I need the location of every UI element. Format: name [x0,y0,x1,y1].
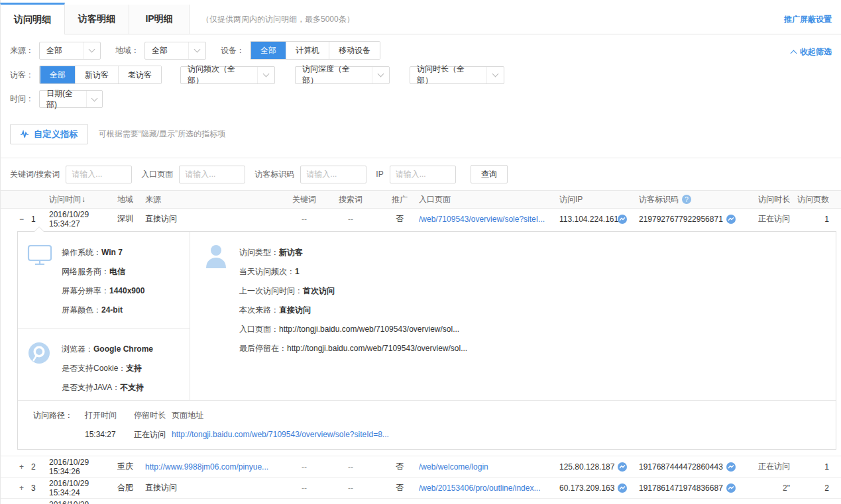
source-select[interactable]: 全部 [39,42,101,60]
visitor-label: 访客： [10,70,34,81]
path-row: 15:34:27 正在访问 http://tongji.baidu.com/we… [85,428,389,441]
region-label: 地域： [115,45,139,56]
visit-duration-select[interactable]: 访问时长（全部） [410,66,504,84]
row-index: 2 [31,462,46,472]
header-visitor-id: 访客标识码 [639,194,738,205]
visit-pages-cell: 2 [790,483,841,493]
detail-line: 是否支持JAVA：不支持 [62,378,153,397]
chevron-up-icon [791,50,797,56]
expand-row-icon[interactable]: + [1,462,31,472]
date-select[interactable]: 日期(全部) [39,90,103,108]
trend-icon[interactable] [618,215,627,224]
source-select-value: 全部 [40,45,69,56]
visitor-option[interactable]: 老访客 [118,66,161,83]
entry-page-link[interactable]: /web/20153406/pro/outline/index... [419,483,559,493]
promo-block-settings-link[interactable]: 推广屏蔽设置 [784,14,832,25]
promo-cell: 否 [380,482,419,493]
help-icon[interactable] [682,195,691,204]
trend-icon[interactable] [726,462,736,472]
tab-visit-detail[interactable]: 访问明细 [0,3,65,34]
device-option[interactable]: 计算机 [286,42,329,59]
chevron-down-icon [83,42,100,59]
path-open-time: 15:34:27 [85,428,134,441]
collapse-filter-link[interactable]: 收起筛选 [791,46,832,58]
path-col-open-time: 打开时间 [85,409,134,422]
visit-detail-page: 访问明细 访客明细 IP明细 （仅提供两周内的访问明细，最多5000条） 推广屏… [0,0,841,504]
detail-line: 访问类型：新访客 [239,243,467,262]
visitor-id-cell: 1917687444472860443 [639,462,738,472]
visit-info-block: 访问类型：新访客 当天访问频次：1 上一次访问时间：首次访问 本次来路：直接访问… [190,232,836,400]
table-row: + 3 2016/10/29 15:34:24 合肥 直接访问 -- -- 否 … [1,477,841,498]
region-select-value: 全部 [145,45,174,56]
visitor-id-cell: 1917861471974836687 [639,483,738,493]
keyword-search-input[interactable] [66,166,132,183]
trend-icon[interactable] [618,483,627,493]
entry-page-label: 入口页面 [141,169,173,180]
expand-row-icon[interactable]: + [1,483,31,493]
header-visit-time[interactable]: 访问时间 [46,194,117,205]
trend-icon[interactable] [726,483,736,493]
visitor-id-input[interactable] [300,166,366,183]
custom-metric-label: 自定义指标 [34,128,78,140]
region-select[interactable]: 全部 [144,42,206,60]
trend-icon[interactable] [726,215,736,224]
browser-info-block: 浏览器：Google Chrome 是否支持Cookie：支持 是否支持JAVA… [18,328,190,405]
device-option[interactable]: 移动设备 [329,42,380,59]
region-cell: 合肥 [117,482,145,493]
searchword-cell: -- [321,462,380,472]
tab-note: （仅提供两周内的访问明细，最多5000条） [190,5,366,34]
query-button[interactable]: 查询 [471,165,508,183]
detail-line: 上一次访问时间：首次访问 [239,281,467,301]
time-label: 时间： [10,93,34,105]
table-body: + 2 2016/10/29 15:34:26 重庆 http://www.99… [1,456,841,504]
tab-ip-detail[interactable]: IP明细 [129,5,190,34]
visit-detail-panel: 操作系统：Win 7 网络服务商：电信 屏幕分辨率：1440x900 屏幕颜色：… [17,231,836,450]
visit-frequency-select[interactable]: 访问频次（全部） [180,66,275,84]
visit-pages-cell: 1 [790,215,841,224]
collapse-row-icon[interactable]: − [1,215,31,224]
header-source: 来源 [145,194,288,205]
chevron-down-icon [188,42,205,59]
system-info-block: 操作系统：Win 7 网络服务商：电信 屏幕分辨率：1440x900 屏幕颜色：… [18,232,190,328]
ip-input[interactable] [390,166,456,183]
visit-frequency-value: 访问频次（全部） [181,64,257,86]
visit-ip-cell: 125.80.128.187 [559,462,639,472]
table-row: + 2 2016/10/29 15:34:26 重庆 http://www.99… [1,456,841,477]
path-col-url: 页面地址 [172,409,203,422]
entry-page-link[interactable]: /web/welcome/login [419,462,559,472]
source-cell: 直接访问 [145,482,288,493]
row-index: 3 [31,483,46,493]
header-visit-pages: 访问页数 [790,194,841,205]
visitor-option[interactable]: 新访客 [75,66,118,83]
detail-line: 是否支持Cookie：支持 [62,359,153,378]
table-header: 访问时间 地域 来源 关键词 搜索词 推广 入口页面 访问IP 访客标识码 访问… [1,190,841,209]
collapse-filter-label: 收起筛选 [800,46,832,58]
chrome-browser-icon [27,340,62,397]
source-cell: http://www.9988jm06.com/pinyue... [145,462,288,472]
visit-ip-cell: 60.173.209.163 [559,483,639,493]
visit-path-label: 访问路径： [33,409,85,441]
visit-time-cell: 2016/10/29 15:34:24 [46,479,117,497]
visitor-option[interactable]: 全部 [40,66,75,83]
chevron-down-icon [86,91,102,107]
searchword-cell: -- [321,215,380,224]
entry-page-link[interactable]: /web/7109543/overview/sole?siteI... [419,215,559,224]
header-keyword: 关键词 [288,194,321,205]
entry-page-input[interactable] [179,166,245,183]
visit-ip-cell: 113.104.224.161 [559,215,639,224]
path-url-link[interactable]: http://tongji.baidu.com/web/7109543/over… [172,428,389,441]
header-visit-ip: 访问IP [559,194,639,205]
searchword-cell: -- [321,483,380,493]
detail-line: 当天访问频次：1 [239,262,467,281]
visit-depth-select[interactable]: 访问深度（全部） [295,66,390,84]
device-option[interactable]: 全部 [251,42,286,59]
header-visit-duration: 访问时长 [738,194,790,205]
date-select-value: 日期(全部) [40,88,86,111]
tab-bar: 访问明细 访客明细 IP明细 （仅提供两周内的访问明细，最多5000条） 推广屏… [1,0,841,34]
visit-time-cell: 2016/10/29 15:34:27 [46,210,117,228]
tab-visitor-detail[interactable]: 访客明细 [65,5,129,34]
monitor-icon [27,243,62,320]
trend-icon[interactable] [618,462,627,472]
custom-metric-button[interactable]: 自定义指标 [10,124,88,144]
custom-metric-hint: 可根据需要“隐藏/显示”所选的指标项 [99,128,225,140]
